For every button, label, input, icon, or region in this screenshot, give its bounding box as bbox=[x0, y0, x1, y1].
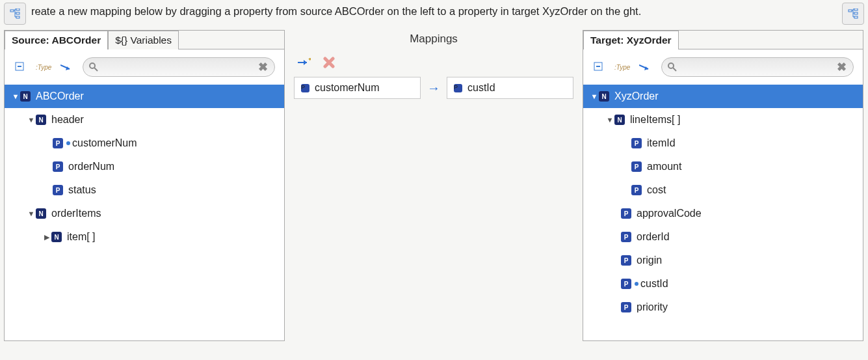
property-icon: P bbox=[631, 185, 642, 195]
collapse-icon bbox=[594, 62, 604, 72]
show-types-button[interactable]: :Type bbox=[614, 64, 630, 71]
show-types-button[interactable]: :Type bbox=[36, 64, 51, 71]
svg-rect-4 bbox=[848, 10, 852, 12]
show-mapped-button[interactable] bbox=[639, 61, 652, 74]
add-mapping-button[interactable]: ✦ bbox=[298, 56, 311, 69]
source-search[interactable]: ✖ bbox=[83, 57, 275, 77]
svg-rect-1 bbox=[16, 8, 20, 10]
tree-label: custId bbox=[640, 278, 668, 290]
show-mapped-button[interactable] bbox=[60, 61, 73, 74]
node-icon: N bbox=[51, 232, 62, 242]
mapping-to-box[interactable]: P custId bbox=[447, 77, 573, 99]
clear-search-button[interactable]: ✖ bbox=[256, 60, 270, 74]
mappings-title: Mappings bbox=[289, 30, 579, 53]
hint-text: reate a new mapping below by dragging a … bbox=[31, 3, 837, 19]
source-search-input[interactable] bbox=[99, 61, 256, 73]
tree-label: XyzOrder bbox=[614, 90, 659, 102]
property-icon: P bbox=[454, 84, 462, 92]
tree-label: customerNum bbox=[72, 137, 137, 149]
tree-node-lineitems[interactable]: ▼ N lineItems[ ] bbox=[583, 108, 863, 132]
tree-label: lineItems[ ] bbox=[630, 114, 680, 126]
search-icon bbox=[667, 62, 677, 72]
property-icon: P bbox=[621, 208, 631, 219]
tree-node-xyzorder[interactable]: ▼ N XyzOrder bbox=[583, 85, 863, 108]
tree-label: priority bbox=[637, 301, 668, 313]
tree-node-origin[interactable]: P origin bbox=[583, 249, 863, 272]
property-icon: P bbox=[53, 185, 63, 195]
tree-label: orderNum bbox=[68, 161, 114, 173]
property-icon: P bbox=[53, 161, 63, 172]
tree-label: orderItems bbox=[51, 208, 101, 219]
tree-node-orderitems[interactable]: ▼ N orderItems bbox=[5, 202, 284, 225]
property-icon: P bbox=[301, 84, 309, 92]
target-search[interactable]: ✖ bbox=[661, 57, 854, 77]
node-icon: N bbox=[599, 91, 609, 102]
collapse-icon bbox=[15, 62, 25, 72]
node-icon: N bbox=[36, 208, 46, 219]
tree-label: amount bbox=[647, 161, 681, 173]
svg-rect-6 bbox=[854, 12, 858, 14]
property-icon: P bbox=[53, 138, 63, 148]
property-icon: P bbox=[621, 255, 631, 266]
node-icon: N bbox=[36, 115, 46, 125]
clear-search-button[interactable]: ✖ bbox=[834, 60, 849, 74]
target-panel: Target: XyzOrder :Type ✖ ▼ N XyzOrder bbox=[583, 30, 863, 341]
tree-node-cost[interactable]: P cost bbox=[583, 178, 863, 202]
mapped-indicator-icon bbox=[66, 141, 70, 145]
tree-node-custid[interactable]: P custId bbox=[583, 272, 863, 296]
caret-down-icon: ▼ bbox=[27, 210, 36, 217]
node-icon: N bbox=[614, 115, 625, 125]
svg-rect-7 bbox=[854, 16, 858, 18]
property-icon: P bbox=[621, 232, 631, 242]
tree-node-header[interactable]: ▼ N header bbox=[5, 108, 284, 132]
svg-line-22 bbox=[673, 68, 676, 71]
svg-text:✦: ✦ bbox=[308, 58, 311, 62]
source-panel: Source: ABCOrder ${} Variables :Type ✖ ▼… bbox=[4, 30, 285, 341]
tree-node-customernum[interactable]: P customerNum bbox=[5, 132, 284, 155]
mappings-panel: Mappings ✦ P customerNum → bbox=[289, 30, 579, 341]
svg-line-13 bbox=[94, 68, 98, 71]
mapped-arrow-icon bbox=[639, 62, 652, 72]
collapse-all-button[interactable] bbox=[14, 61, 27, 74]
tree-node-item[interactable]: ▶ N item[ ] bbox=[5, 225, 284, 249]
property-icon: P bbox=[621, 279, 631, 289]
tree-node-abcorder[interactable]: ▼ N ABCOrder bbox=[5, 85, 284, 108]
target-search-input[interactable] bbox=[677, 61, 834, 73]
svg-rect-0 bbox=[10, 10, 14, 12]
caret-down-icon: ▼ bbox=[590, 92, 599, 100]
search-icon bbox=[88, 62, 99, 72]
mapping-view-button-right[interactable] bbox=[842, 3, 864, 25]
tree-node-approvalcode[interactable]: P approvalCode bbox=[583, 202, 863, 225]
tree-label: header bbox=[51, 114, 84, 126]
caret-down-icon: ▼ bbox=[27, 116, 36, 124]
tree-label: item[ ] bbox=[67, 231, 96, 243]
mapping-from-label: customerNum bbox=[315, 82, 380, 94]
tree-node-priority[interactable]: P priority bbox=[583, 296, 863, 319]
caret-right-icon: ▶ bbox=[42, 233, 51, 242]
tree-label: ABCOrder bbox=[36, 90, 84, 102]
mapping-from-box[interactable]: P customerNum bbox=[294, 77, 421, 99]
mapping-view-button-left[interactable] bbox=[4, 3, 26, 25]
tab-target[interactable]: Target: XyzOrder bbox=[583, 31, 679, 49]
property-icon: P bbox=[631, 161, 642, 172]
tree-label: cost bbox=[647, 184, 666, 196]
tab-source[interactable]: Source: ABCOrder bbox=[5, 31, 108, 49]
add-arrow-icon: ✦ bbox=[298, 58, 311, 67]
tree-node-itemid[interactable]: P itemId bbox=[583, 132, 863, 155]
caret-down-icon: ▼ bbox=[605, 116, 614, 124]
mapping-to-label: custId bbox=[467, 82, 495, 94]
tree-node-amount[interactable]: P amount bbox=[583, 155, 863, 178]
tab-variables[interactable]: ${} Variables bbox=[108, 31, 179, 49]
caret-down-icon: ▼ bbox=[11, 92, 20, 100]
tree-node-status[interactable]: P status bbox=[5, 178, 284, 202]
mapped-arrow-icon bbox=[60, 62, 73, 72]
mapping-row[interactable]: P customerNum → P custId bbox=[289, 77, 579, 99]
tree-node-orderid[interactable]: P orderId bbox=[583, 225, 863, 249]
tree-label: origin bbox=[637, 255, 662, 266]
property-icon: P bbox=[621, 302, 631, 312]
tree-node-ordernum[interactable]: P orderNum bbox=[5, 155, 284, 178]
collapse-all-button[interactable] bbox=[592, 61, 605, 74]
delete-mapping-button[interactable] bbox=[322, 56, 335, 69]
tree-icon bbox=[10, 8, 20, 19]
tree-label: orderId bbox=[637, 231, 670, 243]
